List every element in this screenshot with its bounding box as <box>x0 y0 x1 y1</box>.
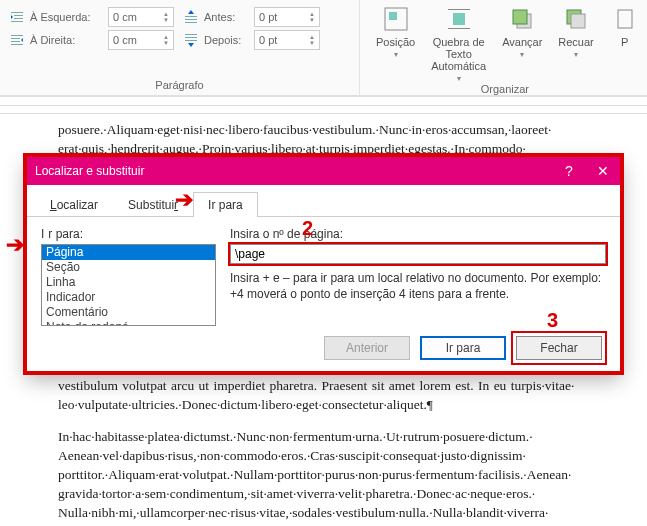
svg-rect-5 <box>11 38 20 39</box>
svg-rect-20 <box>513 10 527 24</box>
horizontal-ruler[interactable] <box>0 96 647 114</box>
selection-pane-button[interactable]: P <box>604 4 640 48</box>
prev-button: Anterior <box>324 336 410 360</box>
group-label-arrange: Organizar <box>370 83 640 97</box>
indent-right-icon <box>10 33 24 47</box>
page-number-label: Insira o nº de página: <box>230 227 606 241</box>
bring-forward-icon <box>507 4 537 34</box>
svg-rect-10 <box>185 22 197 23</box>
indent-right-label: À Direita: <box>30 34 102 46</box>
chevron-down-icon: ▾ <box>457 74 461 83</box>
close-icon[interactable]: ✕ <box>594 162 612 180</box>
list-item[interactable]: Nota de rodapé <box>42 320 215 326</box>
svg-rect-23 <box>618 10 632 28</box>
indent-right-field[interactable]: À Direita: 0 cm▲▼ <box>10 30 174 50</box>
svg-rect-12 <box>185 37 197 38</box>
svg-rect-1 <box>14 15 23 16</box>
position-icon <box>381 4 411 34</box>
doc-line: Aenean·vel·dapibus·risus,·non·commodo·er… <box>58 446 619 465</box>
svg-rect-17 <box>448 9 470 10</box>
goto-help-text: Insira + e – para ir para um local relat… <box>230 270 606 302</box>
goto-listbox[interactable]: Página Seção Linha Indicador Comentário … <box>41 244 216 326</box>
position-button[interactable]: Posição ▾ <box>370 4 421 59</box>
svg-rect-9 <box>185 19 197 20</box>
dialog-tabs: Localizar Substituir Ir para <box>27 191 620 217</box>
ribbon: À Esquerda: 0 cm▲▼ À Direita: 0 cm▲▼ Ant <box>0 0 647 96</box>
space-before-value[interactable]: 0 pt▲▼ <box>254 7 320 27</box>
doc-line: gravida·tortor·a·sem·condimentum,·sit·am… <box>58 484 619 503</box>
wrap-text-button[interactable]: Quebra de Texto Automática ▾ <box>425 4 492 83</box>
indent-left-value[interactable]: 0 cm▲▼ <box>108 7 174 27</box>
list-item[interactable]: Indicador <box>42 290 215 305</box>
svg-rect-2 <box>14 18 23 19</box>
bring-forward-button[interactable]: Avançar ▾ <box>496 4 548 59</box>
svg-rect-15 <box>389 12 397 20</box>
list-item[interactable]: Linha <box>42 275 215 290</box>
send-backward-icon <box>561 4 591 34</box>
svg-rect-22 <box>571 14 585 28</box>
svg-rect-0 <box>11 12 23 13</box>
send-backward-button[interactable]: Recuar ▾ <box>552 4 599 59</box>
page-number-input[interactable] <box>230 244 606 264</box>
annotation-arrow-list: ➔ <box>6 232 24 258</box>
goto-list-label: Ir para: <box>41 227 216 241</box>
svg-rect-7 <box>11 44 23 45</box>
dialog-titlebar[interactable]: Localizar e substituir ? ✕ <box>27 157 620 185</box>
space-after-label: Depois: <box>204 34 248 46</box>
space-after-value[interactable]: 0 pt▲▼ <box>254 30 320 50</box>
list-item[interactable]: Página <box>42 245 215 260</box>
annotation-arrow-1: ➔ <box>175 187 193 213</box>
selection-pane-icon <box>610 4 640 34</box>
annotation-number-3: 3 <box>547 309 558 332</box>
help-icon[interactable]: ? <box>560 162 578 180</box>
spinner-arrows-icon[interactable]: ▲▼ <box>309 34 315 46</box>
close-button[interactable]: Fechar <box>516 336 602 360</box>
svg-rect-11 <box>185 34 197 35</box>
ribbon-group-arrange: Posição ▾ Quebra de Texto Automática ▾ A… <box>360 0 647 95</box>
doc-line: leo·vulputate·ultricies.·Donec·dictum·li… <box>58 395 619 414</box>
spinner-arrows-icon[interactable]: ▲▼ <box>163 34 169 46</box>
space-before-field[interactable]: Antes: 0 pt▲▼ <box>184 7 320 27</box>
list-item[interactable]: Comentário <box>42 305 215 320</box>
doc-line: In·hac·habitasse·platea·dictumst.·Nunc·n… <box>58 427 619 446</box>
goto-button[interactable]: Ir para <box>420 336 506 360</box>
indent-left-icon <box>10 10 24 24</box>
doc-line: augue·at·tempus.·Quisque·imperdiet·metus… <box>58 522 619 526</box>
wrap-text-icon <box>444 4 474 34</box>
svg-rect-4 <box>11 35 23 36</box>
list-item[interactable]: Seção <box>42 260 215 275</box>
indent-left-label: À Esquerda: <box>30 11 102 23</box>
spinner-arrows-icon[interactable]: ▲▼ <box>309 11 315 23</box>
svg-rect-3 <box>11 21 23 22</box>
svg-rect-6 <box>11 41 20 42</box>
group-label-paragraph: Parágrafo <box>10 79 349 93</box>
find-replace-dialog: Localizar e substituir ? ✕ Localizar Sub… <box>26 156 621 372</box>
tab-find[interactable]: Localizar <box>35 192 113 217</box>
annotation-number-2: 2 <box>302 217 313 240</box>
tab-goto[interactable]: Ir para <box>193 192 258 217</box>
indent-right-value[interactable]: 0 cm▲▼ <box>108 30 174 50</box>
svg-rect-8 <box>185 16 197 17</box>
space-after-field[interactable]: Depois: 0 pt▲▼ <box>184 30 320 50</box>
ribbon-group-paragraph: À Esquerda: 0 cm▲▼ À Direita: 0 cm▲▼ Ant <box>0 0 360 95</box>
space-before-label: Antes: <box>204 11 248 23</box>
chevron-down-icon: ▾ <box>520 50 524 59</box>
indent-left-field[interactable]: À Esquerda: 0 cm▲▼ <box>10 7 174 27</box>
spinner-arrows-icon[interactable]: ▲▼ <box>163 11 169 23</box>
doc-line: posuere.·Aliquam·eget·nisi·nec·libero·fa… <box>58 120 619 139</box>
chevron-down-icon: ▾ <box>394 50 398 59</box>
doc-line: porttitor.·Aliquam·erat·volutpat.·Nullam… <box>58 465 619 484</box>
svg-rect-16 <box>453 13 465 25</box>
doc-line: vestibulum volutpat arcu ut imperdiet ph… <box>58 376 619 395</box>
space-before-icon <box>184 10 198 24</box>
dialog-title: Localizar e substituir <box>35 164 144 178</box>
chevron-down-icon: ▾ <box>574 50 578 59</box>
dialog-buttons: Anterior Ir para Fechar <box>27 326 620 372</box>
svg-rect-18 <box>448 28 470 29</box>
svg-rect-13 <box>185 40 197 41</box>
space-after-icon <box>184 33 198 47</box>
doc-line: Nulla·nibh·mi,·ullamcorper·nec·risus·vit… <box>58 503 619 522</box>
